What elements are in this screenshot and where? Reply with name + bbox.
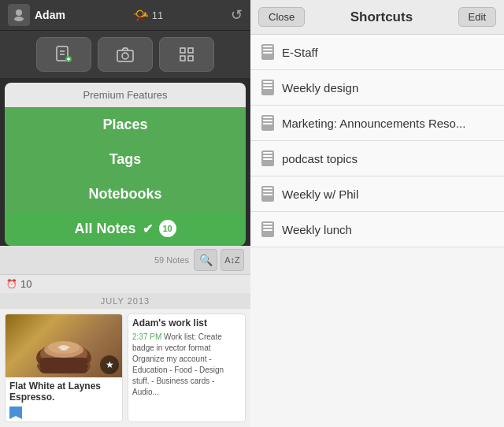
shortcut-label-5: Weekly lunch — [282, 223, 352, 236]
svg-rect-12 — [180, 56, 185, 61]
svg-rect-11 — [188, 48, 193, 53]
sync-button[interactable]: ↺ — [231, 6, 243, 24]
places-label: Places — [102, 117, 147, 133]
tags-label: Tags — [109, 151, 142, 168]
search-button[interactable]: 🔍 — [194, 249, 217, 271]
shortcut-item-4[interactable]: Weekly w/ Phil — [250, 176, 504, 212]
note-card-image: ★ — [6, 314, 122, 377]
alarm-icon: ⏰ — [6, 279, 17, 289]
svg-rect-10 — [180, 48, 185, 53]
notes-subheader: ⏰ 10 — [0, 275, 250, 293]
svg-point-1 — [14, 17, 24, 21]
places-menu-item[interactable]: Places — [5, 107, 246, 142]
note-card-1-title: Flat White at Laynes Espresso. — [6, 377, 122, 404]
shortcuts-header: Close Shortcuts Edit — [250, 0, 504, 35]
shortcut-label-3: podcast topics — [282, 152, 358, 165]
notification-count: 11 — [152, 9, 163, 21]
notebooks-menu-item[interactable]: Notebooks — [5, 176, 246, 211]
star-overlay: ★ — [100, 355, 119, 374]
note-card-2-title: Adam's work list — [128, 314, 245, 330]
note-card-2[interactable]: Adam's work list 2:37 PM Work list: Crea… — [128, 314, 246, 422]
shortcut-label-2: Marketing: Announcements Reso... — [282, 117, 465, 130]
shortcut-item-3[interactable]: podcast topics — [250, 141, 504, 176]
left-panel: Adam 📯 11 ↺ — [0, 0, 250, 427]
premium-text: Premium Features — [83, 89, 168, 101]
note-icon-0 — [261, 44, 274, 60]
svg-rect-8 — [117, 50, 133, 61]
all-notes-label: All Notes — [74, 221, 135, 237]
note-icon-1 — [261, 80, 274, 95]
shortcuts-list: E-StaffWeekly designMarketing: Announcem… — [250, 35, 504, 427]
trumpet-icon: 📯 — [133, 8, 149, 23]
shortcut-item-5[interactable]: Weekly lunch — [250, 212, 504, 247]
shortcuts-title: Shortcuts — [350, 9, 413, 25]
svg-point-0 — [16, 9, 22, 16]
alarm-count: 10 — [20, 278, 32, 290]
right-panel: Close Shortcuts Edit E-StaffWeekly desig… — [250, 0, 504, 427]
notebooks-label: Notebooks — [88, 186, 161, 202]
bookmark-icon — [9, 407, 22, 419]
note-time: 2:37 PM — [132, 332, 161, 341]
shortcut-item-0[interactable]: E-Staff — [250, 35, 504, 70]
shortcut-label-1: Weekly design — [282, 81, 358, 95]
tags-menu-item[interactable]: Tags — [5, 142, 246, 176]
camera-button[interactable] — [98, 37, 153, 72]
all-notes-menu-item[interactable]: All Notes ✔ 10 — [5, 211, 246, 246]
svg-rect-13 — [188, 56, 193, 61]
note-icon-3 — [261, 150, 274, 166]
notification-area: 📯 11 — [133, 8, 163, 23]
note-body-text: Work list: Create badge in vector format… — [132, 332, 224, 396]
toolbar — [0, 31, 250, 78]
checkmark-icon: ✔ — [143, 221, 153, 236]
user-info[interactable]: Adam — [8, 4, 65, 26]
close-button[interactable]: Close — [258, 7, 305, 27]
scan-button[interactable] — [159, 37, 214, 72]
sort-button[interactable]: A↕Z — [220, 249, 244, 271]
notes-area: 59 Notes 🔍 A↕Z ⏰ 10 JULY 2013 — [0, 246, 250, 427]
note-icon-2 — [261, 115, 274, 131]
shortcut-label-4: Weekly w/ Phil — [282, 188, 358, 201]
new-note-button[interactable] — [36, 37, 91, 72]
note-cards-container: ★ Flat White at Laynes Espresso. Adam's … — [0, 309, 250, 427]
username: Adam — [35, 9, 65, 21]
note-icon-5 — [261, 221, 274, 237]
notes-actions: 🔍 A↕Z — [194, 249, 244, 271]
menu-stack: Premium Features Places Tags Notebooks A… — [0, 78, 250, 427]
shortcut-item-1[interactable]: Weekly design — [250, 70, 504, 106]
all-notes-count: 10 — [162, 224, 172, 233]
avatar — [8, 4, 30, 26]
shortcut-item-2[interactable]: Marketing: Announcements Reso... — [250, 106, 504, 141]
svg-rect-18 — [39, 358, 89, 373]
notes-header: 59 Notes 🔍 A↕Z — [0, 246, 250, 275]
premium-banner: Premium Features — [5, 83, 246, 107]
app-header: Adam 📯 11 ↺ — [0, 0, 250, 31]
shortcut-label-0: E-Staff — [282, 46, 318, 59]
note-card-2-body: 2:37 PM Work list: Create badge in vecto… — [128, 330, 245, 399]
svg-point-9 — [122, 53, 128, 59]
note-icon-4 — [261, 186, 274, 202]
edit-button[interactable]: Edit — [458, 7, 496, 27]
section-date-label: JULY 2013 — [0, 293, 250, 309]
notes-count: 59 Notes — [154, 255, 189, 265]
all-notes-badge: 10 — [159, 220, 176, 237]
note-card-1[interactable]: ★ Flat White at Laynes Espresso. — [5, 314, 123, 422]
